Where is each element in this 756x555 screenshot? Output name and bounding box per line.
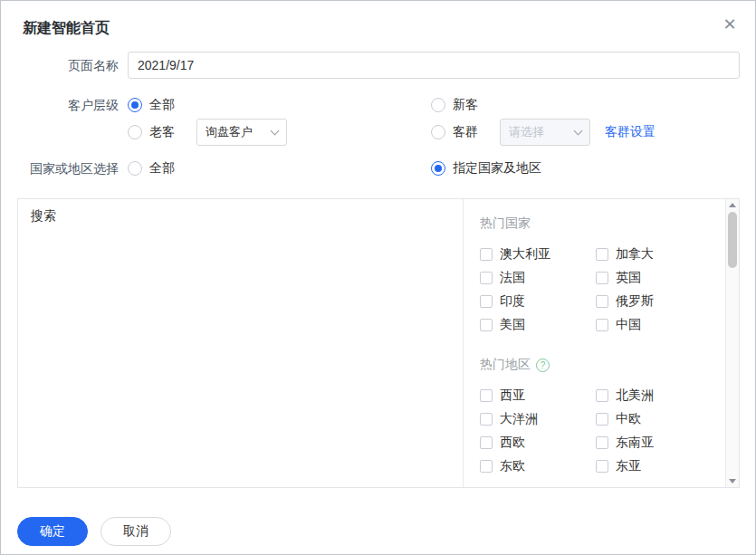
checkbox-icon[interactable] — [480, 272, 493, 284]
dialog-header: 新建智能首页 ✕ — [1, 1, 755, 52]
country-option[interactable]: 加拿大 — [596, 246, 717, 263]
region-option[interactable]: 北美洲 — [596, 388, 717, 404]
checkbox-label: 大洋洲 — [500, 411, 538, 427]
country-option[interactable]: 美国 — [480, 317, 596, 333]
customer-level-col2: 新客 — [431, 95, 478, 115]
page-name-field — [128, 52, 740, 79]
checkbox-icon[interactable] — [596, 319, 608, 331]
radio-label: 客群 — [453, 124, 478, 140]
region-option[interactable]: 西欧 — [480, 435, 596, 451]
cancel-button[interactable]: 取消 — [100, 517, 171, 546]
radio-region-specify[interactable]: 指定国家及地区 — [431, 160, 541, 177]
region-select-row: 国家或地区选择 全部 指定国家及地区 — [1, 158, 755, 178]
radio-label: 全部 — [149, 97, 175, 113]
select-placeholder: 请选择 — [509, 124, 544, 140]
region-select-field: 全部 指定国家及地区 — [128, 158, 740, 178]
checkbox-label: 西亚 — [500, 388, 525, 404]
region-option[interactable]: 东亚 — [596, 458, 717, 474]
country-option[interactable]: 英国 — [596, 270, 717, 286]
country-option[interactable]: 印度 — [480, 293, 596, 310]
checkbox-label: 英国 — [616, 270, 641, 286]
country-option[interactable]: 法国 — [480, 270, 596, 286]
region-option[interactable]: 东南亚 — [596, 435, 717, 451]
hot-lists-panel: 热门国家 澳大利亚 加拿大 法国 英国 印度 俄罗斯 美国 中国 热门地区 ? … — [464, 199, 739, 487]
checkbox-label: 北美洲 — [616, 388, 654, 404]
radio-customer-old[interactable]: 老客 — [128, 124, 175, 140]
help-question-icon[interactable]: ? — [536, 359, 550, 372]
customer-level-line-2: 老客 询盘客户 客群 请选择 — [128, 122, 740, 142]
region-option[interactable]: 西亚 — [480, 388, 596, 404]
radio-customer-group[interactable]: 客群 — [431, 124, 478, 140]
region-option[interactable]: 大洋洲 — [480, 411, 596, 427]
checkbox-icon[interactable] — [596, 389, 608, 402]
checkbox-icon[interactable] — [596, 295, 608, 308]
dialog-title: 新建智能首页 — [23, 19, 733, 38]
vertical-scrollbar[interactable] — [725, 199, 739, 487]
radio-label: 新客 — [453, 97, 478, 113]
region-option[interactable]: 中欧 — [596, 411, 717, 427]
customer-level-label: 客户层级 — [1, 95, 128, 115]
checkbox-label: 东欧 — [500, 458, 525, 474]
hot-regions-title-text: 热门地区 — [480, 357, 531, 373]
page-name-label: 页面名称 — [1, 52, 128, 79]
checkbox-label: 美国 — [500, 317, 525, 333]
radio-customer-new[interactable]: 新客 — [431, 97, 478, 113]
checkbox-label: 法国 — [500, 270, 525, 286]
customer-level-row: 客户层级 全部 新客 — [1, 95, 755, 142]
region-select-col2: 指定国家及地区 — [431, 158, 541, 178]
checkbox-label: 印度 — [500, 293, 525, 310]
checkbox-icon[interactable] — [596, 413, 608, 426]
checkbox-icon[interactable] — [596, 272, 608, 284]
search-label: 搜索 — [31, 208, 450, 225]
radio-customer-all[interactable]: 全部 — [128, 97, 175, 113]
checkbox-icon[interactable] — [596, 460, 608, 473]
checkbox-label: 东南亚 — [616, 435, 654, 451]
checkbox-label: 俄罗斯 — [616, 293, 654, 310]
checkbox-label: 东亚 — [616, 458, 641, 474]
country-option[interactable]: 澳大利亚 — [480, 246, 596, 263]
radio-region-all[interactable]: 全部 — [128, 160, 175, 177]
region-select-line: 全部 指定国家及地区 — [128, 158, 740, 178]
hot-regions-title: 热门地区 ? — [480, 357, 717, 373]
search-panel[interactable]: 搜索 — [18, 199, 464, 487]
dialog-form: 页面名称 客户层级 全部 新客 — [1, 52, 755, 178]
checkbox-label: 西欧 — [500, 435, 525, 451]
radio-unselected-icon — [431, 98, 445, 112]
radio-selected-icon — [128, 98, 142, 112]
checkbox-icon[interactable] — [480, 295, 493, 308]
customer-group-select[interactable]: 请选择 — [500, 119, 590, 146]
hot-countries-title-text: 热门国家 — [480, 215, 531, 232]
radio-unselected-icon — [128, 125, 142, 139]
page-name-row: 页面名称 — [1, 52, 755, 79]
new-smart-homepage-dialog: 新建智能首页 ✕ 页面名称 客户层级 全部 — [0, 0, 756, 555]
chevron-down-icon — [574, 126, 583, 135]
close-icon[interactable]: ✕ — [719, 14, 741, 35]
checkbox-icon[interactable] — [480, 248, 493, 261]
region-select-label: 国家或地区选择 — [1, 158, 128, 178]
country-picker-panel: 搜索 热门国家 澳大利亚 加拿大 法国 英国 印度 俄罗斯 美国 中国 热门地区… — [17, 198, 740, 488]
country-option[interactable]: 俄罗斯 — [596, 293, 717, 310]
region-option[interactable]: 东欧 — [480, 458, 596, 474]
scroll-down-icon[interactable] — [726, 475, 739, 487]
confirm-button[interactable]: 确定 — [17, 517, 88, 546]
chevron-down-icon — [271, 126, 280, 135]
checkbox-icon[interactable] — [480, 413, 493, 426]
radio-unselected-icon — [128, 161, 142, 176]
checkbox-icon[interactable] — [480, 436, 493, 449]
radio-label: 指定国家及地区 — [453, 160, 541, 177]
scrollbar-thumb[interactable] — [728, 212, 737, 268]
customer-group-settings-link[interactable]: 客群设置 — [605, 124, 656, 140]
old-customer-type-select[interactable]: 询盘客户 — [196, 119, 287, 146]
radio-label: 老客 — [149, 124, 175, 140]
checkbox-icon[interactable] — [480, 319, 493, 331]
scroll-up-icon[interactable] — [726, 199, 739, 211]
checkbox-icon[interactable] — [596, 436, 608, 449]
checkbox-icon[interactable] — [480, 389, 493, 402]
hot-countries-grid: 澳大利亚 加拿大 法国 英国 印度 俄罗斯 美国 中国 — [480, 243, 717, 337]
checkbox-icon[interactable] — [596, 248, 608, 261]
checkbox-label: 加拿大 — [616, 246, 654, 263]
checkbox-icon[interactable] — [480, 460, 493, 473]
select-value: 询盘客户 — [206, 124, 253, 140]
page-name-input[interactable] — [128, 52, 740, 79]
country-option[interactable]: 中国 — [596, 317, 717, 333]
